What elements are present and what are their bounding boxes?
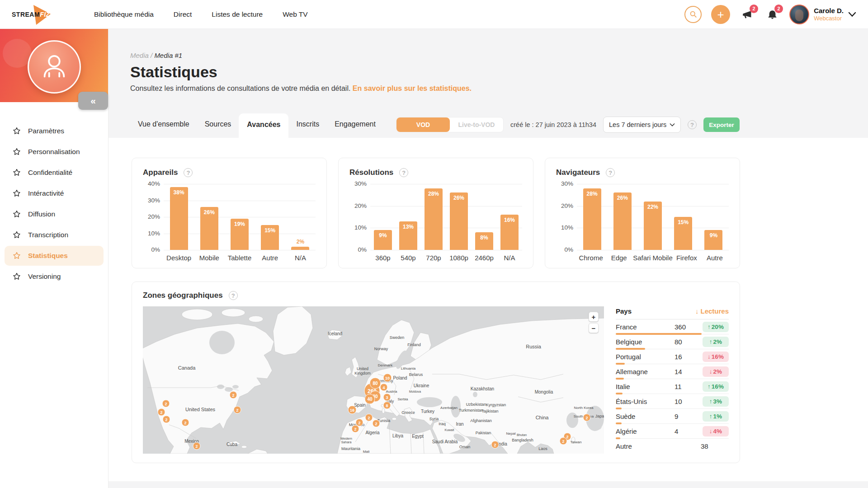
arrow-down-icon: ↓	[709, 428, 712, 435]
tab-vue-d-ensemble[interactable]: Vue d'ensemble	[130, 120, 197, 138]
map-cluster-marker[interactable]: 2	[158, 408, 165, 416]
sidebar-item-transcription[interactable]: Transcription	[5, 225, 104, 245]
sidebar-item-label: Paramètres	[28, 127, 64, 135]
tab-sources[interactable]: Sources	[197, 120, 239, 138]
country-views: 38	[701, 442, 729, 450]
tab-inscrits[interactable]: Inscrits	[288, 120, 327, 138]
map-cluster-marker[interactable]: 4	[380, 384, 387, 391]
map-country-label: Mali	[363, 450, 370, 454]
bar-value-label: 28%	[428, 191, 439, 197]
map-cluster-marker[interactable]: 2	[356, 419, 363, 426]
sidebar-item-diffusion[interactable]: Diffusion	[5, 204, 104, 224]
map-cluster-marker[interactable]: 2	[163, 416, 170, 423]
map-cluster-marker[interactable]: 2	[162, 400, 170, 407]
map-zoom-out-button[interactable]: −	[589, 323, 599, 333]
bar-540p[interactable]: 13%	[399, 221, 417, 250]
map-cluster-marker[interactable]: 2	[373, 420, 380, 427]
nav-item-listes-de-lecture[interactable]: Listes de lecture	[212, 10, 263, 19]
map-cluster-marker[interactable]: 10	[383, 374, 392, 382]
tab-engagement[interactable]: Engagement	[327, 120, 383, 138]
bar-firefox[interactable]: 15%	[674, 217, 692, 250]
toggle-option-live-to-vod[interactable]: Live-to-VOD	[450, 117, 503, 132]
bar-desktop[interactable]: 38%	[170, 187, 188, 250]
bar-360p[interactable]: 9%	[374, 230, 392, 250]
map-cluster-marker[interactable]: 3	[383, 394, 391, 401]
trend-badge: ↑3%	[703, 396, 729, 407]
bar-autre[interactable]: 9%	[704, 230, 722, 250]
breadcrumb-parent[interactable]: Media	[130, 52, 149, 59]
notifications-button[interactable]: 2	[764, 7, 780, 22]
map-cluster-marker[interactable]: 80	[370, 378, 381, 389]
map-zoom-in-button[interactable]: +	[589, 312, 599, 322]
views-progress-bar	[616, 363, 625, 365]
bar-value-label: 16%	[504, 217, 515, 223]
streamfizz-logo[interactable]: STREAMFIZZ	[12, 3, 70, 26]
world-map[interactable]: CanadaUnited StatesMexicoCubaIcelandNorw…	[143, 306, 604, 454]
map-country-label: Turkey	[421, 409, 434, 414]
x-axis-label: 2460p	[472, 254, 497, 262]
bar-720p[interactable]: 28%	[425, 188, 443, 250]
toggle-option-vod[interactable]: VOD	[396, 117, 450, 132]
add-media-button[interactable]: +	[711, 5, 730, 24]
period-select[interactable]: Les 7 derniers jours	[603, 117, 681, 133]
sidebar-hero: «	[0, 29, 108, 102]
person-icon	[38, 51, 71, 83]
bar-n-a[interactable]: 2%	[291, 247, 309, 250]
period-help-icon[interactable]: ?	[688, 120, 697, 129]
map-cluster-marker[interactable]: 2	[583, 414, 590, 421]
map-cluster-marker[interactable]: 2	[230, 391, 237, 399]
nav-item-web-tv[interactable]: Web TV	[283, 10, 307, 19]
bar-autre[interactable]: 15%	[261, 225, 279, 250]
announcements-button[interactable]: 2	[740, 7, 755, 22]
search-button[interactable]	[684, 6, 702, 23]
map-cluster-marker[interactable]: 2	[491, 441, 499, 448]
y-axis-tick: 30%	[556, 180, 573, 187]
map-cluster-marker[interactable]: 2	[234, 406, 241, 413]
chart-help-icon[interactable]: ?	[399, 168, 408, 177]
nav-item-bibliotheque-media[interactable]: Bibliothèque média	[94, 10, 154, 19]
sidebar-collapse-button[interactable]: «	[78, 92, 108, 110]
countries-table: Pays ↓Lectures France360↑20%Belgique80↑2…	[616, 306, 729, 454]
bar-tablette[interactable]: 19%	[231, 219, 249, 250]
bar-edge[interactable]: 26%	[613, 192, 632, 250]
map-cluster-marker[interactable]: 2	[193, 442, 200, 450]
map-cluster-marker[interactable]: 2	[560, 437, 567, 445]
map-cluster-marker[interactable]: 2	[352, 425, 359, 432]
tab-avancees[interactable]: Avancées	[239, 113, 288, 138]
column-header-lectures[interactable]: ↓Lectures	[695, 307, 729, 315]
bar-chrome[interactable]: 28%	[583, 188, 601, 250]
map-cluster-marker[interactable]: 16	[348, 406, 356, 414]
map-country-label: Afghanistan	[470, 418, 492, 423]
export-button[interactable]: Exporter	[703, 117, 740, 132]
nav-item-direct[interactable]: Direct	[174, 10, 192, 19]
bar-n-a[interactable]: 16%	[500, 215, 519, 250]
user-menu[interactable]: Carole D. Webcastor	[789, 5, 856, 24]
chart-help-icon[interactable]: ?	[606, 168, 615, 177]
y-axis-tick: 10%	[143, 230, 160, 237]
map-cluster-marker[interactable]: 2	[182, 419, 189, 426]
country-row-suede: Suède9↑1%	[616, 409, 729, 424]
bar-safari-mobile[interactable]: 22%	[644, 202, 662, 250]
chart-help-icon[interactable]: ?	[184, 168, 193, 177]
sidebar-item-personnalisation[interactable]: Personnalisation	[5, 142, 104, 162]
y-axis-tick: 0%	[556, 246, 573, 253]
column-header-pays: Pays	[616, 307, 695, 315]
sidebar-item-confidentialite[interactable]: Confidentialité	[5, 163, 104, 183]
map-cluster-marker[interactable]: 2	[365, 414, 373, 421]
map-cluster-marker[interactable]: 40	[365, 394, 375, 404]
bar-2460p[interactable]: 8%	[475, 232, 493, 250]
bar-value-label: 22%	[647, 204, 658, 210]
views-progress-bar	[616, 333, 702, 335]
sidebar-item-label: Confidentialité	[28, 169, 72, 177]
stats-help-link[interactable]: En savoir plus sur les statistiques.	[353, 84, 472, 92]
sidebar-item-versioning[interactable]: Versioning	[5, 267, 104, 286]
sidebar-item-parametres[interactable]: Paramètres	[5, 121, 104, 141]
sidebar-item-interactivite[interactable]: Intéractivité	[5, 183, 104, 203]
map-cluster-marker[interactable]: 8	[383, 402, 391, 409]
geo-help-icon[interactable]: ?	[229, 291, 238, 300]
bar-1080p[interactable]: 26%	[450, 192, 468, 250]
map-country-label: Laos	[538, 446, 547, 451]
bar-mobile[interactable]: 26%	[200, 207, 218, 250]
sidebar-item-statistiques[interactable]: Statistiques	[5, 246, 104, 266]
y-axis-tick: 20%	[556, 202, 573, 209]
